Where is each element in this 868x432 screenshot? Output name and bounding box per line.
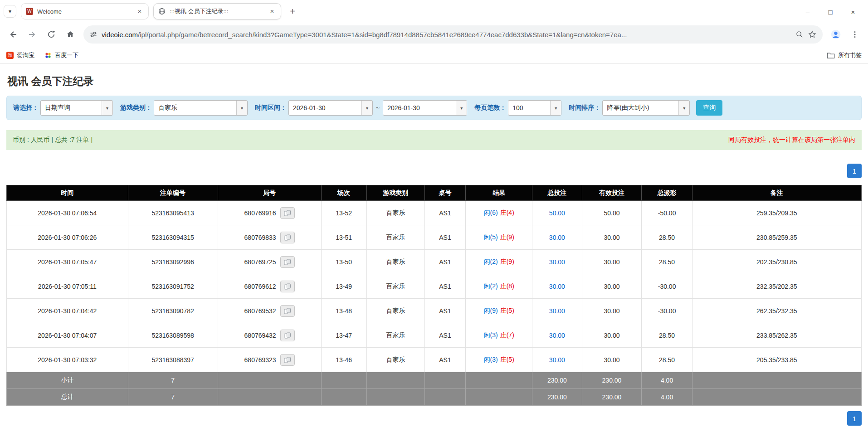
table-row: 2026-01-30 07:04:07 523163089598 6807694… [7,323,862,348]
total-bet-value[interactable]: 30.00 [549,307,565,315]
bookmark-baidu[interactable]: 百度一下 [44,51,78,59]
cell-total-bet: 30.00 [532,250,582,274]
query-type-input[interactable] [41,101,102,115]
view-result-button[interactable] [280,354,295,366]
chevron-down-icon[interactable]: ▾ [456,101,467,115]
query-type-combobox[interactable]: ▾ [40,100,113,116]
date-from-input[interactable] [289,101,361,115]
view-result-button[interactable] [280,207,295,219]
home-button[interactable] [62,26,79,43]
select-filter-label: 请选择： [13,104,39,112]
new-tab-button[interactable]: + [286,5,299,18]
pagination-page-button[interactable]: 1 [847,164,862,178]
welcome-favicon-icon: W [26,8,33,15]
view-result-button[interactable] [280,305,295,317]
footer-empty [466,372,532,389]
tab-search-button[interactable]: ▾ [4,5,16,18]
footer-empty [366,389,424,406]
globe-icon [158,8,166,15]
view-result-button[interactable] [280,256,295,268]
cell-result: 闲(6)庄(4) [466,201,532,225]
sort-order-input[interactable] [603,101,678,115]
close-tab-icon[interactable]: × [136,7,144,15]
cards-icon [284,283,291,290]
tab-strip: ▾ W Welcome × :::视讯 会员下注纪录::: × + – □ × [0,0,868,22]
cell-result: 闲(9)庄(5) [466,299,532,323]
date-to-input[interactable] [383,101,456,115]
game-type-combobox[interactable]: ▾ [154,100,248,116]
result-player: 闲(9) [484,307,498,314]
footer-empty [366,372,424,389]
column-header: 桌号 [424,185,465,201]
game-type-input[interactable] [154,101,236,115]
total-bet-value[interactable]: 50.00 [549,209,565,217]
forward-button[interactable] [24,26,41,43]
cell-round: 680769612 [218,274,321,299]
back-button[interactable] [5,26,22,43]
chevron-down-icon[interactable]: ▾ [678,101,689,115]
column-header: 游戏类别 [366,185,424,201]
cell-payout: 28.50 [642,348,692,372]
baidu-icon [44,52,52,59]
close-window-button[interactable]: × [842,3,864,21]
bookmark-star-icon[interactable] [808,30,816,39]
refresh-button[interactable] [43,26,60,43]
cell-session: 13-47 [321,323,366,348]
footer-empty [466,389,532,406]
total-bet-value[interactable]: 30.00 [549,283,565,290]
result-player: 闲(3) [484,331,498,339]
footer-total-bet: 230.00 [532,389,582,406]
page-size-input[interactable] [508,101,550,115]
date-to-combobox[interactable]: ▾ [383,100,467,116]
profile-avatar[interactable] [827,26,844,43]
bookmark-aitaobao[interactable]: 淘 爱淘宝 [6,51,34,59]
url-text[interactable]: videoie.com/ipl/portal.php/game/betrecor… [102,31,791,39]
tab-welcome[interactable]: W Welcome × [21,3,149,19]
browser-menu-button[interactable] [846,26,863,43]
close-tab-icon[interactable]: × [268,7,276,15]
column-header: 结果 [466,185,532,201]
chevron-down-icon: ▾ [9,8,11,15]
view-result-button[interactable] [280,281,295,292]
total-bet-value[interactable]: 30.00 [549,258,565,266]
bookmarks-bar: 淘 爱淘宝 百度一下 所有书签 [0,47,868,63]
chevron-down-icon[interactable]: ▾ [236,101,247,115]
cell-session: 13-50 [321,250,366,274]
cell-round: 680769532 [218,299,321,323]
result-player: 闲(5) [484,233,498,241]
cards-icon [284,259,291,265]
view-result-button[interactable] [280,330,295,341]
chevron-down-icon[interactable]: ▾ [361,101,372,115]
page-size-combobox[interactable]: ▾ [508,100,561,116]
tab-betrecord[interactable]: :::视讯 会员下注纪录::: × [153,3,281,19]
address-bar[interactable]: videoie.com/ipl/portal.php/game/betrecor… [83,25,823,44]
cell-remark: 205.35/233.85 [692,348,861,372]
page-title: 视讯 会员下注纪录 [7,74,861,88]
sort-order-combobox[interactable]: ▾ [602,100,690,116]
chevron-down-icon[interactable]: ▾ [550,101,561,115]
result-banker: 庄(5) [500,356,514,363]
zoom-icon[interactable] [795,30,804,39]
cell-round: 680769833 [218,225,321,250]
total-bet-value[interactable]: 30.00 [549,234,565,241]
chevron-down-icon[interactable]: ▾ [102,101,112,115]
minimize-button[interactable]: – [796,3,819,21]
footer-total-bet: 230.00 [532,372,582,389]
cell-remark: 233.85/262.35 [692,323,861,348]
result-banker: 庄(9) [500,233,514,241]
taobao-icon: 淘 [6,52,14,59]
view-result-button[interactable] [280,232,295,243]
pagination-page-button[interactable]: 1 [847,411,862,426]
total-bet-value[interactable]: 30.00 [549,356,565,364]
cell-time: 2026-01-30 07:05:11 [7,274,128,299]
summary-bar: 币别 : 人民币 | 总共 :7 注单 | 同局有效投注，统一计算在该局第一张注… [6,130,862,150]
pagination-bottom: 1 [6,411,862,426]
maximize-button[interactable]: □ [819,3,842,21]
date-from-combobox[interactable]: ▾ [288,100,373,116]
cell-game: 百家乐 [366,323,424,348]
total-bet-value[interactable]: 30.00 [549,332,565,339]
query-button[interactable]: 查询 [696,100,722,116]
all-bookmarks-button[interactable]: 所有书签 [827,51,862,59]
cell-remark: 259.35/209.35 [692,201,861,225]
site-settings-icon[interactable] [90,31,97,38]
